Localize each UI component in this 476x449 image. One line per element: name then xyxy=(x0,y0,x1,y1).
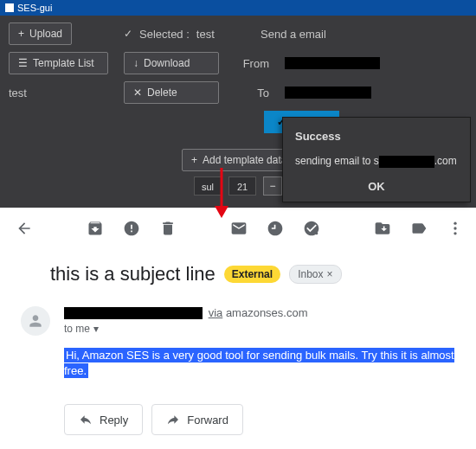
template-list-label: Template List xyxy=(33,57,94,69)
to-value-redacted xyxy=(285,87,371,99)
external-badge: External xyxy=(224,266,280,283)
to-me-text: to me xyxy=(64,323,90,335)
window-titlebar: SES-gui xyxy=(0,0,476,16)
download-label: Download xyxy=(144,57,190,69)
reply-label: Reply xyxy=(100,414,128,427)
annotation-arrow-icon xyxy=(211,166,232,220)
delete-label: Delete xyxy=(147,87,177,99)
email-body-text: Hi, Amazon SES is a very good tool for s… xyxy=(64,348,454,378)
chevron-down-icon: ▾ xyxy=(93,323,99,335)
forward-label: Forward xyxy=(187,414,228,427)
plus-icon: + xyxy=(191,154,197,166)
email-subject: this is a subject line xyxy=(50,263,215,285)
modal-msg-prefix: sending email to s xyxy=(295,155,379,167)
modal-msg-redacted xyxy=(379,156,434,168)
label-icon[interactable] xyxy=(410,220,428,237)
sender-redacted xyxy=(64,307,203,319)
date-day-input[interactable]: 21 xyxy=(228,176,256,196)
download-icon: ↓ xyxy=(133,57,138,69)
template-list-button[interactable]: ☰ Template List xyxy=(9,52,108,74)
via-label: via xyxy=(209,306,223,319)
upload-button[interactable]: + Upload xyxy=(9,22,72,45)
back-icon[interactable] xyxy=(16,220,33,237)
to-label: To xyxy=(235,87,269,99)
close-icon: ✕ xyxy=(133,87,142,99)
svg-point-3 xyxy=(453,222,456,225)
forward-button[interactable]: Forward xyxy=(151,404,243,435)
gmail-toolbar xyxy=(14,220,462,253)
selected-value: test xyxy=(196,28,215,41)
from-value-redacted xyxy=(285,57,380,69)
upload-label: Upload xyxy=(29,28,62,40)
modal-title: Success xyxy=(295,130,458,143)
spam-icon[interactable] xyxy=(123,220,140,237)
selected-indicator: ✓ Selected : test xyxy=(124,28,219,41)
archive-icon[interactable] xyxy=(87,220,104,237)
svg-point-2 xyxy=(315,232,318,234)
selected-label: Selected : xyxy=(139,28,190,41)
more-icon[interactable] xyxy=(447,220,464,237)
add-template-data-button[interactable]: + Add template data xyxy=(182,149,296,171)
add-task-icon[interactable] xyxy=(303,220,320,237)
app-icon xyxy=(5,3,14,12)
sidebar-item-test[interactable]: test xyxy=(9,87,27,99)
delete-button[interactable]: ✕ Delete xyxy=(124,81,219,104)
delete-icon[interactable] xyxy=(159,220,177,237)
check-icon: ✓ xyxy=(124,28,132,40)
add-template-label: Add template data xyxy=(203,154,286,166)
modal-ok-button[interactable]: OK xyxy=(295,180,458,193)
svg-point-5 xyxy=(453,232,456,234)
reply-button[interactable]: Reply xyxy=(64,404,143,435)
remove-label-icon[interactable]: × xyxy=(326,268,332,280)
mark-unread-icon[interactable] xyxy=(230,220,248,237)
inbox-label-chip[interactable]: Inbox × xyxy=(289,265,341,284)
success-modal: Success sending email to s.com OK xyxy=(282,117,471,202)
remove-date-button[interactable]: − xyxy=(263,176,282,196)
inbox-label-text: Inbox xyxy=(298,268,323,280)
reply-icon xyxy=(79,413,93,427)
avatar xyxy=(21,306,50,336)
modal-message: sending email to s.com xyxy=(295,155,458,168)
snooze-icon[interactable] xyxy=(267,220,284,237)
modal-msg-suffix: .com xyxy=(434,155,457,167)
svg-marker-1 xyxy=(215,206,228,218)
window-title: SES-gui xyxy=(17,3,52,13)
list-icon: ☰ xyxy=(18,57,28,69)
download-button[interactable]: ↓ Download xyxy=(124,52,219,74)
forward-icon xyxy=(166,413,180,427)
send-email-header: Send a email xyxy=(261,28,326,41)
move-to-icon[interactable] xyxy=(374,220,391,237)
via-domain: amazonses.com xyxy=(226,306,308,319)
svg-point-4 xyxy=(453,227,456,229)
sender-line: via amazonses.com xyxy=(64,306,462,319)
recipient-dropdown[interactable]: to me ▾ xyxy=(64,323,462,335)
from-label: From xyxy=(235,57,269,70)
plus-icon: + xyxy=(18,28,24,40)
